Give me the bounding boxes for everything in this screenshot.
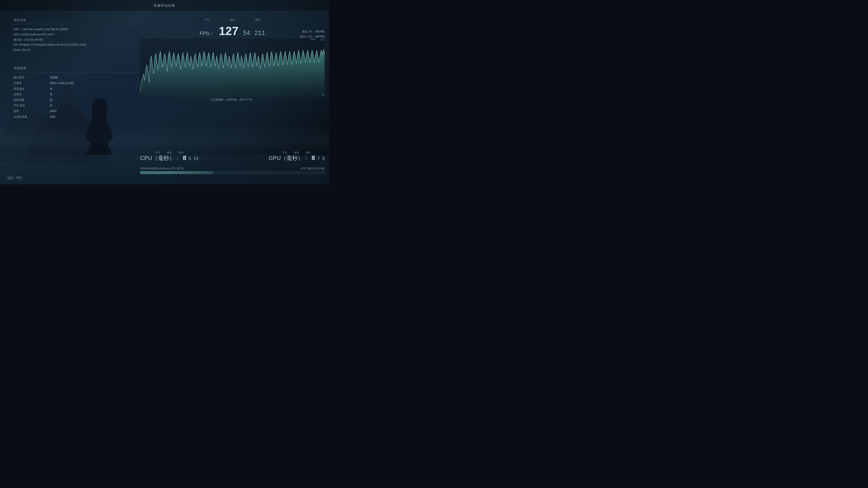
adaptive-quality-label: 自适应质量	[13, 114, 50, 120]
max-label: 最高	[255, 18, 260, 22]
ui-overlay: 性能评估结果 系统信息 CPU：13th Gen Intel(R) Core(T…	[0, 0, 329, 184]
game-settings-title: 游戏设置	[13, 66, 140, 72]
cpu-max-label: 最高	[179, 151, 184, 154]
fps-limit-value: 关	[50, 103, 140, 108]
cpu-avg-label: 平均	[155, 151, 160, 154]
left-panel: 系统信息 CPU：13th Gen Intel(R) Core(TM) i5-1…	[13, 18, 140, 119]
fov-label: 视野	[13, 109, 50, 114]
resolution-label: 分辨率	[13, 80, 50, 86]
gpu-stats-header: 平均 最低 最高	[282, 151, 311, 154]
gpu-metric-block: GPU（毫秒）： 8 7 9	[269, 154, 324, 162]
cpu-min: 5	[188, 156, 191, 161]
gpu-min: 7	[317, 156, 320, 161]
cpu-avg: 8	[183, 154, 186, 162]
cpu-stats-header: 平均 最低 最高	[155, 151, 184, 154]
vram-value: 4767 MB/12026 MB	[301, 167, 324, 170]
settings-section: 游戏设置 窗口模式 无边框 分辨率 2560 x 1440 (x1.00) 垂直…	[13, 66, 140, 119]
percentile-01-row: 最低 0.1%： 66 FPS	[300, 34, 324, 39]
gpu-max: 9	[322, 156, 324, 161]
close-button[interactable]: Esc 关闭	[7, 176, 22, 180]
percentile-01-label: 最低 0.1%：	[300, 35, 315, 38]
cpu-max: 19	[193, 156, 198, 161]
fps-limit-label: FPS 限制	[13, 103, 50, 108]
percentile-01-value: 66 FPS	[315, 35, 324, 38]
fps-label: FPS：	[199, 30, 214, 37]
fps-avg: 127	[219, 25, 239, 37]
driver-row: Driver: 531.61	[13, 47, 140, 53]
vram-header: VRAM (NVIDIA GeForce RTX 4070) 4767 MB/1…	[140, 167, 324, 170]
gpu-avg: 8	[311, 154, 315, 162]
vsync-label: 垂直同步	[13, 86, 50, 92]
cpu-row: CPU：13th Gen Intel(R) Core(TM) i5-13490F	[13, 27, 140, 32]
aa-label: 反锯齿	[13, 92, 50, 97]
gpu-max-label: 最高	[306, 151, 311, 154]
percentile-1-value: 93 FPS	[315, 30, 324, 33]
fps-max: 211	[254, 29, 265, 37]
fov-value: 100%	[50, 109, 140, 114]
vram-bar-background	[140, 171, 324, 174]
esc-key[interactable]: Esc	[7, 176, 14, 180]
cpu-info: CPU：13th Gen Intel(R) Core(TM) i5-13490F…	[13, 27, 140, 53]
render-info: 已渲染帧数：10805 帧，耗时 57 秒。	[140, 98, 324, 102]
right-panel: 平均 最低 最高 FPS： 127 54 211 FPS 211 54	[140, 18, 324, 102]
cpu-min-label: 最低	[167, 151, 172, 154]
vram-bar-stripes	[141, 171, 213, 174]
gpu-row: GPU: NVIDIA GeForce RTX 4070	[13, 32, 140, 37]
cpu-label: CPU（毫秒）：	[140, 155, 181, 162]
window-mode-value: 无边框	[50, 75, 140, 80]
page-title: 性能评估结果	[154, 4, 176, 8]
vsync-value: 关	[50, 86, 140, 92]
os-row: OS: Windows 10 Enterprise Edition 64-bit…	[13, 42, 140, 47]
vram-section: VRAM (NVIDIA GeForce RTX 4070) 4767 MB/1…	[140, 167, 324, 174]
system-info-title: 系统信息	[13, 18, 140, 24]
vram-bar-fill	[141, 171, 213, 174]
quality-value: 高	[50, 97, 140, 103]
fps-header-labels: 平均 最低 最高	[140, 18, 324, 22]
cpu-metrics: 平均 最低 最高 CPU（毫秒）： 8 5 19	[140, 151, 198, 162]
percentile-1-row: 最低 1%： 93 FPS	[300, 29, 324, 34]
gpu-avg-label: 平均	[282, 151, 287, 154]
quality-label: 画面质量	[13, 97, 50, 103]
gpu-metrics: 平均 最低 最高 GPU（毫秒）： 8 7 9	[269, 151, 324, 162]
fps-main-display: FPS： 127 54 211	[140, 25, 324, 37]
close-label: 关闭	[16, 176, 22, 180]
fps-chart: FPS 211 54	[140, 38, 324, 96]
gpu-label: GPU（毫秒）：	[269, 155, 309, 162]
window-mode-label: 窗口模式	[13, 75, 50, 80]
adaptive-quality-value: 关闭	[50, 114, 140, 120]
vram-label: VRAM (NVIDIA GeForce RTX 4070)	[140, 167, 184, 170]
cpu-metric-block: CPU（毫秒）： 8 5 19	[140, 154, 198, 162]
fps-chart-svg	[140, 38, 324, 96]
fps-chart-min-label: 54	[322, 93, 324, 96]
aa-value: 高	[50, 92, 140, 97]
bottom-metrics: 平均 最低 最高 CPU（毫秒）： 8 5 19 平均 最低 最高 GPU（毫秒…	[140, 151, 324, 162]
settings-grid: 窗口模式 无边框 分辨率 2560 x 1440 (x1.00) 垂直同步 关 …	[13, 75, 140, 119]
avg-label: 平均	[205, 18, 210, 22]
min-label: 最低	[230, 18, 235, 22]
resolution-value: 2560 x 1440 (x1.00)	[50, 80, 140, 86]
display-row: 显示器：VX2731-4K-HD	[13, 37, 140, 42]
percentile-1-label: 最低 1%：	[302, 30, 315, 33]
gpu-min-label: 最低	[294, 151, 299, 154]
percentile-stats: 最低 1%： 93 FPS 最低 0.1%： 66 FPS	[300, 29, 324, 39]
title-bar: 性能评估结果	[0, 0, 329, 11]
fps-min: 54	[243, 29, 250, 37]
